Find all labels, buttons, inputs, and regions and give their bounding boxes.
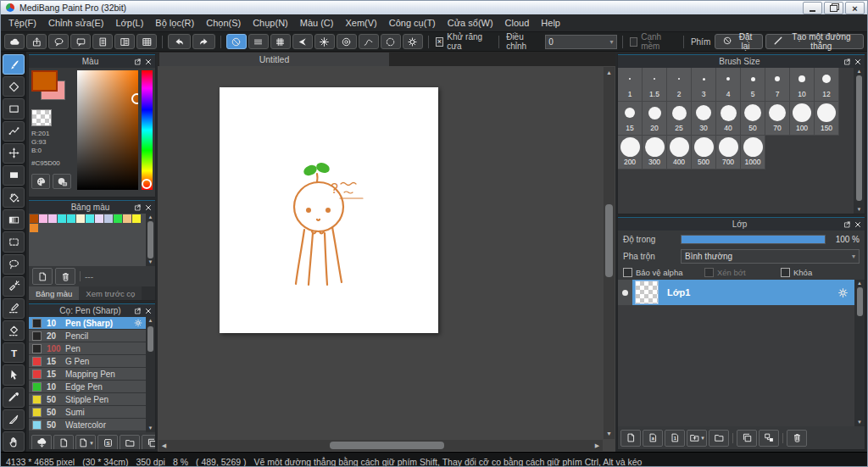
palette-swatch-9[interactable] [104,214,113,223]
color-palette-button[interactable] [31,174,50,189]
palette-tab-2[interactable]: Xem trước cọ [79,286,142,301]
foreground-color-swatch[interactable] [31,70,58,92]
soft-edge-checkbox[interactable]: Cạnh mềm [630,32,677,51]
lasso-tool[interactable] [3,254,25,275]
add-8bit-layer-button[interactable]: a [643,430,663,447]
layer-panel-close-button[interactable] [853,220,862,229]
palette-swatch-1[interactable] [30,214,38,223]
delete-palette-color-button[interactable] [55,268,75,285]
palette-swatch-3[interactable] [48,214,57,223]
layer-panel-detach-button[interactable] [842,220,851,229]
layer-settings-button[interactable] [837,286,849,299]
layer-list-scrollbar[interactable]: ▲ ▼ [854,280,865,426]
brush-panel-detach-button[interactable] [132,306,142,315]
palette-swatch-13[interactable] [30,224,38,232]
menu-item-8[interactable]: Xem(V) [339,15,382,31]
restore-button[interactable] [824,2,843,14]
palette-swatch-4[interactable] [58,214,66,223]
color-panel-close-button[interactable] [143,57,153,66]
script-brush-button[interactable]: S [97,435,118,451]
brush-size-option-1[interactable]: 1 [618,68,643,102]
brush-size-option-3[interactable]: 3 [692,68,716,102]
correction-parallel-button[interactable] [248,34,269,49]
select-eraser-tool[interactable] [3,320,25,341]
layer-row[interactable]: Lớp1 [618,280,854,305]
brush-size-option-10[interactable]: 10 [790,68,815,102]
brush-size-scrollbar[interactable]: ▲ ▼ [854,68,865,214]
brush-size-option-15[interactable]: 15 [618,102,643,136]
menu-item-4[interactable]: Bộ lọc(R) [149,15,200,31]
canvas-horizontal-scrollbar[interactable]: ◀ ▶ [159,440,603,451]
palette-swatch-6[interactable] [76,214,85,223]
brush-list-scrollbar[interactable]: ▲ ▼ [146,317,155,432]
delete-layer-button[interactable] [787,430,807,447]
layer-visibility-toggle[interactable] [618,280,632,305]
brush-size-option-25[interactable]: 25 [667,102,692,136]
chat-button[interactable] [70,34,91,49]
brush-size-option-5[interactable]: 5 [741,68,765,102]
brush-item[interactable]: 15Mapping Pen [29,368,155,381]
duplicate-brush-button[interactable] [142,435,156,451]
rectangle-tool[interactable] [3,98,25,119]
duplicate-layer-button[interactable] [737,430,757,447]
fill-rect-tool[interactable] [3,165,25,186]
brush-tool[interactable] [3,54,25,75]
eyedropper-tool[interactable] [3,387,25,408]
antialias-checkbox[interactable]: × Khử răng cưa [436,32,492,51]
polyline-tool[interactable] [3,121,25,142]
canvas-page[interactable]: ? [220,87,438,333]
correction-concentric-button[interactable] [337,34,357,49]
minimize-button[interactable] [803,2,822,14]
palette-swatch-7[interactable] [86,214,94,223]
palette-panel-close-button[interactable] [143,203,153,212]
brush-size-option-70[interactable]: 70 [765,102,790,136]
add-palette-color-button[interactable] [32,268,53,285]
brush-item[interactable]: 50Stipple Pen [29,393,155,406]
close-button[interactable]: × [845,2,865,14]
palette-scrollbar[interactable]: ▲ ▼ [146,214,155,266]
brush-panel-close-button[interactable] [143,306,153,315]
correction-ellipse-button[interactable] [381,34,401,49]
clipping-checkbox[interactable]: Xén bớt [704,268,781,277]
menu-item-5[interactable]: Chọn(S) [200,15,247,31]
menu-item-2[interactable]: Chỉnh sửa(E) [42,15,109,31]
brush-item[interactable]: 50Watercolor [29,419,155,431]
brush-settings-button[interactable] [133,318,143,328]
palette-swatch-5[interactable] [67,214,75,223]
brush-size-panel-close-button[interactable] [853,57,862,66]
hue-marker[interactable] [142,179,152,189]
brush-item[interactable]: 10Pen (Sharp) [29,317,155,330]
hand-tool[interactable] [3,431,25,452]
saturation-value-picker[interactable] [77,70,138,190]
menu-item-9[interactable]: Công cụ(T) [383,15,442,31]
palette-swatch-8[interactable] [95,214,103,223]
bucket-tool[interactable] [3,187,25,208]
brush-item[interactable]: 15G Pen [29,355,155,368]
brush-item[interactable]: 100Pen [29,342,155,355]
palette-tab-1[interactable]: Bảng màu [29,286,79,301]
menu-item-6[interactable]: Chụp(N) [247,15,294,31]
brush-size-option-300[interactable]: 300 [643,136,667,170]
brush-size-option-150[interactable]: 150 [815,102,839,136]
color-panel-detach-button[interactable] [132,57,142,66]
add-brush-button[interactable] [53,435,74,451]
brush-item[interactable]: 10Edge Pen [29,381,155,393]
menu-item-10[interactable]: Cửa sổ(W) [442,15,499,31]
brush-size-option-50[interactable]: 50 [741,102,765,136]
brush-size-option-20[interactable]: 20 [643,102,667,136]
brush-size-panel-detach-button[interactable] [842,57,851,66]
correction-grid-button[interactable] [270,34,291,49]
merge-layer-button[interactable] [759,430,779,447]
correction-curve-button[interactable] [359,34,379,49]
operation-tool[interactable] [3,364,25,385]
layer-folder-button[interactable] [709,430,729,447]
palette-swatch-10[interactable] [114,214,122,223]
brush-size-option-100[interactable]: 100 [790,102,815,136]
brush-folder-button[interactable] [120,435,140,451]
brush-size-option-12[interactable]: 12 [815,68,839,102]
palette-swatch-2[interactable] [39,214,47,223]
brush-size-option-40[interactable]: 40 [716,102,741,136]
menu-item-7[interactable]: Màu (C) [294,15,340,31]
redo-button[interactable] [192,34,215,49]
brush-size-option-1000[interactable]: 1000 [741,136,765,170]
